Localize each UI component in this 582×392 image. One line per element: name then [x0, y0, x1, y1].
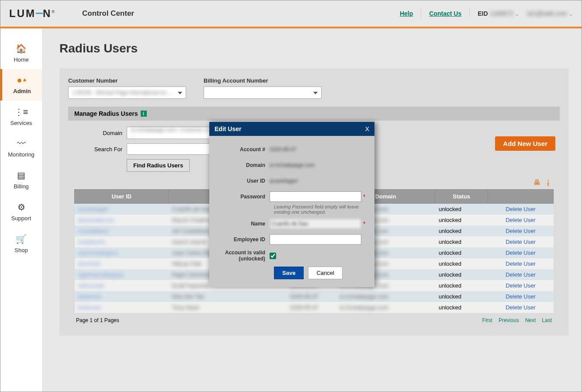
billing-account-select[interactable] — [204, 87, 322, 99]
cell-user-id[interactable]: acastelageri — [75, 204, 169, 215]
search-input[interactable] — [127, 143, 223, 155]
name-input[interactable] — [270, 219, 361, 229]
cell-domain: sl.mchalepage.com — [336, 302, 435, 313]
customer-number-label: Customer Number — [68, 77, 186, 84]
th-status[interactable]: Status — [435, 190, 488, 204]
pager-first[interactable]: First — [482, 317, 492, 323]
add-new-user-button[interactable]: Add New User — [495, 136, 555, 151]
cell-user-id[interactable]: rtcastelleant — [75, 225, 169, 236]
sidebar-item-label: Monitoring — [8, 151, 35, 158]
userid-label: User ID — [213, 178, 270, 184]
th-action — [488, 190, 553, 204]
cell-status: unlocked — [435, 247, 488, 258]
cell-user-id[interactable]: taksknick — [75, 291, 169, 302]
cell-status: unlocked — [435, 215, 488, 225]
contact-link[interactable]: Contact Us — [429, 10, 461, 17]
cell-status: unlocked — [435, 291, 488, 302]
sidebar-item-monitoring[interactable]: 〰Monitoring — [0, 132, 42, 164]
find-users-button[interactable]: Find Radius Users — [127, 159, 190, 172]
th-user-id[interactable]: User ID — [75, 190, 169, 204]
search-for-label: Search For — [74, 146, 122, 153]
sidebar-item-services[interactable]: ⋮≡Services — [0, 101, 42, 132]
cell-user-id[interactable]: efrutchat — [75, 258, 169, 269]
file-dollar-icon: ▤ — [17, 170, 25, 180]
eid-dropdown[interactable]: EID 1180672⌄ — [478, 10, 519, 17]
delete-user-link[interactable]: Delete User — [488, 291, 553, 302]
manage-title: Manage Radius Users — [74, 110, 138, 117]
customer-number-select[interactable]: 1-83239 - Michael Page International Inc… — [68, 87, 186, 99]
cell-user-id[interactable]: saicrimadisguru — [75, 247, 169, 258]
table-row: tredrouarTony Heari3205-85-07sl.mchalepa… — [75, 302, 554, 313]
activity-icon: 〰 — [17, 139, 26, 149]
pager-previous[interactable]: Previous — [499, 317, 519, 323]
cell-status: unlocked — [435, 204, 488, 215]
sidebar-item-label: Shop — [14, 247, 28, 253]
delete-user-link[interactable]: Delete User — [488, 225, 553, 236]
print-icon[interactable]: 🖶 — [534, 179, 540, 187]
sidebar-item-label: Services — [10, 120, 32, 126]
close-icon[interactable]: X — [365, 125, 369, 132]
cell-status: unlocked — [435, 258, 488, 269]
sidebar-item-label: Home — [14, 56, 29, 63]
cell-user-id[interactable]: msalhunck — [75, 236, 169, 247]
cell-status: unlocked — [435, 302, 488, 313]
sidebar-item-shop[interactable]: 🛒Shop — [0, 228, 42, 260]
cell-user-id[interactable]: cgohnwordtingsan — [75, 269, 169, 280]
delete-user-link[interactable]: Delete User — [488, 215, 553, 225]
logo-bar-icon — [36, 13, 43, 14]
cell-user-id[interactable]: sdinsureta — [75, 280, 169, 291]
pager-last[interactable]: Last — [542, 317, 552, 323]
cancel-button[interactable]: Cancel — [308, 267, 342, 279]
required-marker: * — [363, 220, 365, 227]
delete-user-link[interactable]: Delete User — [488, 258, 553, 269]
delete-user-link[interactable]: Delete User — [488, 236, 553, 247]
top-header: LUMN® Control Center Help Contact Us EID… — [0, 0, 582, 27]
divider — [469, 9, 470, 18]
employee-id-label: Employee ID — [213, 236, 270, 243]
domain-label: Domain — [213, 162, 270, 168]
sidebar-item-label: Billing — [14, 183, 29, 190]
chevron-down-icon: ⌄ — [515, 11, 519, 17]
page-info: Page 1 of 1 Pages — [76, 317, 119, 323]
account-valid-checkbox[interactable] — [270, 253, 276, 259]
gear-person-icon: ⚙ — [17, 202, 25, 212]
modal-title: Edit User — [215, 125, 241, 132]
cart-icon: 🛒 — [16, 234, 27, 244]
delete-user-link[interactable]: Delete User — [488, 280, 553, 291]
delete-user-link[interactable]: Delete User — [488, 247, 553, 258]
employee-id-input[interactable] — [270, 234, 361, 245]
cell-col3: 3205-85-07 — [272, 302, 336, 313]
pager-next[interactable]: Next — [525, 317, 536, 323]
cell-status: unlocked — [435, 236, 488, 247]
password-hint: Leaving Password field empty will leave … — [274, 204, 366, 215]
account-label: Account # — [213, 146, 270, 153]
table-row: taksknickDea Sim Tan3205-85-07sl.mchalep… — [75, 291, 554, 302]
save-button[interactable]: Save — [274, 267, 304, 279]
chevron-down-icon: ⌄ — [569, 11, 573, 17]
account-valid-label: Account is valid (unlocked) — [213, 250, 270, 262]
user-dropdown[interactable]: tsl1@web.com⌄ — [527, 10, 573, 17]
domain-select[interactable]: sl.mchalepage.com / Customer Co re … — [127, 127, 223, 139]
userid-value: acastelageri — [270, 178, 367, 184]
download-icon[interactable]: ⭳ — [545, 179, 552, 187]
sidebar-item-support[interactable]: ⚙Support — [0, 196, 42, 228]
password-input[interactable] — [270, 191, 361, 202]
info-icon[interactable]: i — [141, 111, 147, 117]
sidebar-item-billing[interactable]: ▤Billing — [0, 164, 42, 196]
sidebar: Home ●▲Admin ⋮≡Services 〰Monitoring ▤Bil… — [0, 28, 42, 392]
sidebar-item-admin[interactable]: ●▲Admin — [0, 69, 42, 101]
list-icon: ⋮≡ — [14, 107, 28, 117]
divider — [421, 9, 421, 18]
name-label: Name — [213, 221, 270, 227]
delete-user-link[interactable]: Delete User — [488, 204, 553, 215]
delete-user-link[interactable]: Delete User — [488, 269, 553, 280]
help-link[interactable]: Help — [400, 10, 413, 17]
delete-user-link[interactable]: Delete User — [488, 302, 553, 313]
cell-status: unlocked — [435, 280, 488, 291]
cell-user-id[interactable]: tredrouar — [75, 302, 169, 313]
cell-status: unlocked — [435, 225, 488, 236]
required-marker: * — [363, 193, 365, 200]
cell-user-id[interactable]: plimchaibrussl — [75, 215, 169, 225]
sidebar-item-home[interactable]: Home — [0, 37, 42, 69]
cell-col3: 3205-85-07 — [272, 291, 336, 302]
